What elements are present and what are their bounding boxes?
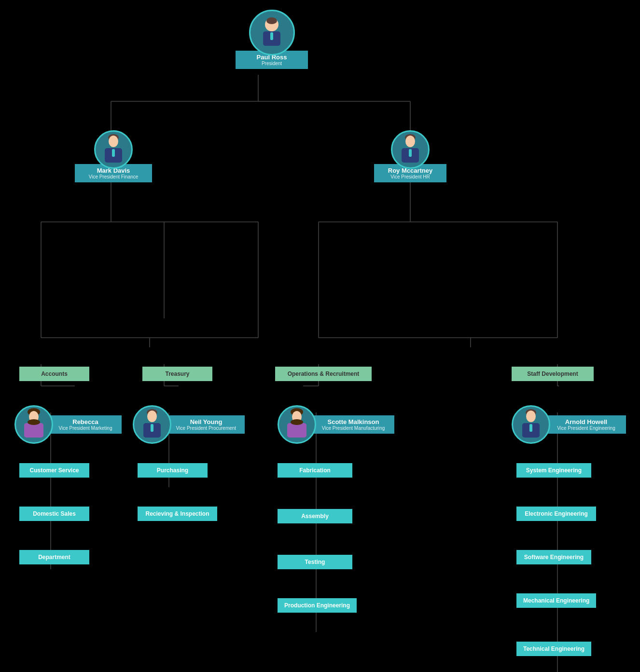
svg-rect-50 [270,32,273,40]
dept-department: Department [19,550,89,564]
svg-rect-71 [287,423,306,438]
avatar-arnold [512,405,550,444]
person-roy-mccartney: Roy Mccartney Vice President HR [374,130,446,182]
avatar-icon-scotte [282,408,311,441]
arnold-name: Arnold Howell [552,418,620,425]
svg-point-72 [291,419,303,425]
svg-rect-63 [24,423,43,438]
svg-point-54 [109,136,118,147]
dept-fabrication: Fabrication [278,463,352,478]
scotte-title: Vice President Manufacturing [318,425,389,431]
dept-electronic-engineering: Electronic Engineering [516,507,596,521]
dept-system-engineering: System Engineering [516,463,591,478]
svg-point-74 [526,411,536,422]
svg-rect-56 [112,149,115,157]
avatar-paul [249,10,295,55]
svg-rect-76 [529,424,532,432]
dept-operations: Operations & Recruitment [275,367,372,381]
avatar-rebecca [14,405,53,444]
dept-assembly: Assembly [278,509,352,523]
svg-rect-60 [409,149,412,157]
avatar-icon-arnold [516,408,545,441]
dept-purchasing: Purchasing [138,463,208,478]
connector-lines [0,0,640,672]
rebecca-title: Vice President Marketing [55,425,116,431]
dept-staff-development: Staff Development [512,367,594,381]
person-mark-davis: Mark Davis Vice President Finance [75,130,152,182]
paul-title: President [241,61,302,66]
rebecca-name: Rebecca [55,418,116,425]
neil-name: Neil Young [173,418,239,425]
dept-software-engineering: Software Engineering [516,550,591,564]
rebecca-label: Rebecca Vice President Marketing [49,415,122,434]
roy-title: Vice President HR [380,174,441,179]
dept-production-engineering: Production Engineering [278,598,357,613]
person-rebecca: Rebecca Vice President Marketing [14,405,122,444]
dept-mechanical-engineering: Mechanical Engineering [516,593,596,608]
person-scotte-malkinson: Scotte Malkinson Vice President Manufact… [278,405,394,444]
dept-receiving-inspection: Recieving & Inspection [138,507,217,521]
avatar-icon-rebecca [19,408,48,441]
avatar-icon-mark [99,133,128,166]
svg-point-52 [266,17,277,24]
svg-point-58 [405,136,415,147]
avatar-icon-neil [138,408,167,441]
person-paul-ross: Paul Ross President [236,10,308,69]
org-chart: Paul Ross President Mark Davis Vice Pres… [0,0,640,672]
scotte-name: Scotte Malkinson [318,418,389,425]
avatar-icon-roy [396,133,425,166]
person-neil-young: Neil Young Vice President Procurement [133,405,245,444]
arnold-title: Vice President Engineering [552,425,620,431]
dept-treasury: Treasury [142,367,212,381]
neil-title: Vice President Procurement [173,425,239,431]
avatar-mark [94,130,133,169]
dept-domestic-sales: Domestic Sales [19,507,89,521]
svg-point-64 [28,419,40,425]
avatar-icon-paul [257,16,286,50]
mark-title: Vice President Finance [81,174,146,179]
dept-technical-engineering: Technical Engineering [516,642,591,656]
avatar-roy [391,130,430,169]
svg-rect-68 [151,424,153,432]
avatar-scotte [278,405,316,444]
neil-label: Neil Young Vice President Procurement [167,415,245,434]
dept-testing: Testing [278,555,352,569]
svg-point-66 [147,411,157,422]
arnold-label: Arnold Howell Vice President Engineering [546,415,626,434]
scotte-label: Scotte Malkinson Vice President Manufact… [312,415,394,434]
dept-customer-service: Customer Service [19,463,89,478]
dept-accounts: Accounts [19,367,89,381]
avatar-neil [133,405,171,444]
person-arnold-howell: Arnold Howell Vice President Engineering [512,405,626,444]
